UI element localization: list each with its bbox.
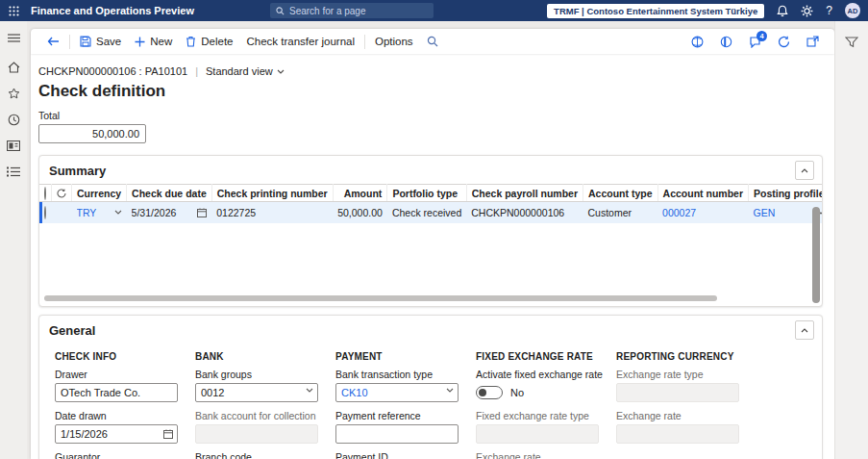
col-amount[interactable]: Amount (333, 185, 387, 202)
summary-header: Summary (39, 156, 822, 184)
divider (364, 35, 365, 49)
cell-portfolio-type[interactable]: Check received (387, 202, 466, 223)
view-selector[interactable]: Standard view (206, 65, 285, 77)
action-pane-right-icons: 4 (691, 36, 823, 48)
environment-badge[interactable]: TRMF | Contoso Entertainment System Türk… (547, 4, 764, 18)
field-reporting-exchange-rate-type: Exchange rate type (616, 369, 806, 402)
delete-button[interactable]: Delete (179, 29, 239, 54)
field-label: Drawer (55, 369, 195, 380)
general-header: General (39, 316, 822, 344)
col-account-number[interactable]: Account number (657, 185, 748, 202)
breadcrumb: CHCKPN000000106 : PA10101 | Standard vie… (38, 65, 823, 77)
toggle-state-label: No (510, 387, 524, 398)
col-portfolio-type[interactable]: Portfolio type (387, 185, 466, 202)
field-reporting-exchange-rate: Exchange rate (616, 410, 806, 444)
grid-horizontal-scrollbar[interactable] (44, 295, 717, 301)
general-collapse-button[interactable] (795, 320, 814, 340)
row-select-radio[interactable] (44, 206, 46, 219)
top-navigation-bar: Finance and Operations Preview Search fo… (0, 0, 868, 21)
cell-check-printing-number[interactable]: 0122725 (211, 202, 333, 223)
col-check-payroll-number[interactable]: Check payroll number (466, 185, 583, 202)
summary-section: Summary C (38, 155, 823, 307)
col-account-type[interactable]: Account type (583, 185, 658, 202)
cell-check-due-date[interactable]: 5/31/2026 (127, 202, 212, 223)
total-value-field[interactable]: 50,000.00 (38, 124, 146, 143)
cell-currency[interactable]: TRY (72, 202, 127, 223)
calendar-icon[interactable] (163, 429, 173, 439)
new-label: New (150, 36, 172, 47)
summary-collapse-button[interactable] (795, 161, 814, 180)
sync-column[interactable] (52, 185, 72, 202)
fixed-exchange-rate-type-input (476, 424, 599, 444)
back-button[interactable] (40, 29, 66, 54)
page-card: Save New Delete Check transfer journal O… (31, 29, 834, 459)
col-check-due-date[interactable]: Check due date (127, 185, 212, 202)
group-fixed-exchange-rate: FIXED EXCHANGE RATE Activate fixed excha… (476, 345, 616, 459)
calendar-icon (197, 208, 207, 217)
group-heading: FIXED EXCHANGE RATE (476, 351, 616, 362)
cell-account-type[interactable]: Customer (583, 202, 658, 223)
favorites-star-icon[interactable] (2, 85, 25, 102)
record-id[interactable]: CHCKPN000000106 : PA10101 (38, 65, 187, 77)
cell-account-number[interactable]: 000027 (657, 202, 748, 223)
page-content: CHCKPN000000106 : PA10101 | Standard vie… (31, 54, 834, 459)
breadcrumb-separator: | (195, 65, 198, 77)
grid-vertical-scrollbar[interactable] (812, 207, 820, 303)
field-label: Fixed exchange rate type (476, 410, 616, 421)
nav-menu-hamburger-icon[interactable] (2, 29, 25, 46)
bank-transaction-type-input[interactable] (335, 383, 459, 402)
reporting-exchange-rate-type-input (616, 383, 739, 402)
check-transfer-journal-button[interactable]: Check transfer journal (239, 29, 361, 54)
modules-list-icon[interactable] (2, 163, 25, 180)
office-icon[interactable] (720, 36, 732, 48)
refresh-icon[interactable] (778, 36, 790, 48)
row-select-cell[interactable] (39, 202, 52, 223)
field-guarantor: Guarantor (55, 451, 195, 459)
workspaces-icon[interactable] (2, 137, 25, 154)
open-in-new-window-icon[interactable] (806, 36, 819, 47)
drawer-input[interactable] (55, 383, 178, 402)
alerts-bell-icon[interactable] (777, 5, 788, 17)
settings-gear-icon[interactable] (801, 5, 813, 17)
copilot-sphere-icon[interactable] (691, 36, 704, 48)
home-icon[interactable] (2, 59, 25, 76)
col-currency[interactable]: Currency (72, 185, 127, 202)
bank-groups-input[interactable] (195, 383, 318, 402)
group-heading: BANK (195, 351, 335, 362)
search-placeholder: Search for a page (289, 6, 366, 16)
app-launcher-icon[interactable] (0, 0, 27, 21)
save-button[interactable]: Save (73, 29, 128, 54)
chevron-down-icon[interactable] (446, 388, 454, 393)
summary-grid: Currency Check due date Check printing n… (39, 184, 822, 297)
payment-reference-input[interactable] (335, 424, 459, 444)
field-bank-account-for-collection: Bank account for collection (195, 410, 335, 444)
col-posting-profile[interactable]: Posting profile (748, 185, 823, 202)
select-all-column[interactable] (39, 185, 52, 202)
field-bank-groups: Bank groups (195, 369, 335, 402)
activate-fixed-exchange-rate-toggle[interactable] (476, 386, 503, 399)
action-pane: Save New Delete Check transfer journal O… (31, 29, 834, 54)
app-title[interactable]: Finance and Operations Preview (31, 5, 194, 16)
save-label: Save (96, 36, 121, 47)
group-heading: REPORTING CURRENCY (616, 351, 806, 362)
help-icon[interactable]: ? (826, 4, 832, 17)
action-pane-search-button[interactable] (420, 29, 445, 54)
cell-check-payroll-number[interactable]: CHCKPN000000106 (466, 202, 583, 223)
cell-amount[interactable]: 50,000.00 (333, 202, 387, 223)
select-all-radio[interactable] (44, 187, 46, 200)
grid-row-selected[interactable]: TRY 5/31/2026 0122725 50,000.00 Check re… (39, 202, 823, 223)
global-search-input[interactable]: Search for a page (270, 3, 434, 18)
field-drawer: Drawer (55, 369, 195, 402)
chevron-up-icon (801, 168, 808, 173)
recent-clock-icon[interactable] (2, 111, 25, 128)
chevron-down-icon[interactable] (306, 388, 313, 393)
new-button[interactable]: New (128, 29, 179, 54)
options-button[interactable]: Options (368, 29, 420, 54)
messages-icon[interactable]: 4 (749, 36, 761, 48)
field-activate-fixed-exchange-rate: Activate fixed exchange rate No (476, 369, 616, 402)
view-selector-label: Standard view (206, 65, 273, 77)
col-check-printing-number[interactable]: Check printing number (211, 185, 333, 202)
date-drawn-input[interactable] (55, 424, 178, 444)
filter-funnel-icon[interactable] (842, 33, 861, 52)
avatar[interactable]: AD (845, 3, 860, 18)
